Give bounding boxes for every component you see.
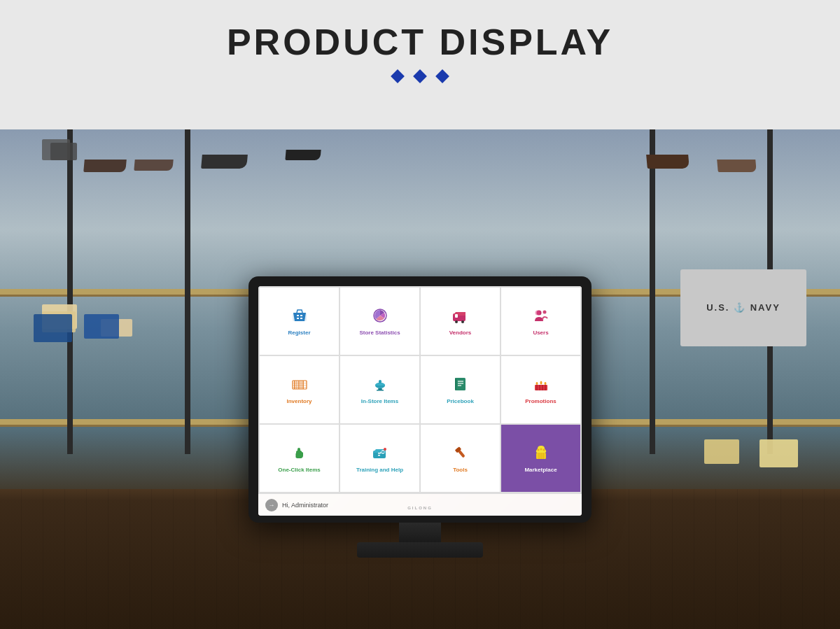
- svg-rect-41: [378, 453, 380, 454]
- svg-rect-42: [378, 455, 380, 456]
- register-icon: [290, 307, 309, 327]
- svg-point-11: [542, 311, 546, 314]
- svg-rect-3: [297, 318, 299, 319]
- store-background: U.S. ⚓ NAVY: [0, 129, 840, 629]
- svg-rect-24: [378, 388, 382, 390]
- monitor-brand: GILONG: [407, 506, 433, 510]
- store-statistics-label: Store Statistics: [359, 330, 400, 337]
- svg-point-50: [542, 449, 545, 451]
- inventory-label: Inventory: [286, 398, 312, 405]
- monitor-base: [357, 542, 483, 558]
- promotions-label: Promotions: [525, 398, 556, 405]
- monitor-screen: Register Store Statistic: [258, 286, 582, 516]
- pricebook-icon: [451, 376, 470, 395]
- screen-bottom-bar: → Hi, Administrator GILONG: [258, 493, 582, 516]
- svg-point-38: [544, 382, 546, 385]
- grid-cell-training-and-help[interactable]: Training and Help: [340, 425, 419, 492]
- page-title: PRODUCT DISPLAY: [0, 21, 840, 63]
- svg-point-7: [455, 320, 458, 323]
- svg-rect-19: [293, 383, 307, 383]
- marketplace-label: Marketplace: [524, 467, 556, 474]
- svg-rect-2: [300, 315, 302, 316]
- tools-icon: [451, 444, 470, 464]
- grid-cell-promotions[interactable]: Promotions: [501, 356, 580, 423]
- shoe-item-3: [201, 155, 248, 169]
- grid-cell-inventory[interactable]: Inventory: [260, 356, 339, 423]
- svg-rect-4: [300, 318, 302, 319]
- navy-display: U.S. ⚓ NAVY: [680, 269, 806, 346]
- svg-point-40: [384, 448, 386, 451]
- box-right-1: [760, 439, 798, 467]
- tools-label: Tools: [453, 467, 468, 474]
- grid-cell-vendors[interactable]: Vendors: [421, 288, 500, 355]
- store-statistics-icon: [371, 307, 389, 327]
- svg-rect-26: [456, 378, 465, 390]
- svg-rect-25: [377, 390, 384, 391]
- in-store-items-label: In-Store Items: [361, 398, 398, 405]
- svg-point-48: [537, 449, 539, 451]
- pricebook-label: Pricebook: [447, 398, 474, 405]
- svg-rect-34: [542, 385, 543, 390]
- svg-rect-35: [545, 385, 546, 390]
- monitor-container: Register Store Statistic: [248, 276, 592, 558]
- svg-rect-20: [293, 385, 307, 386]
- training-and-help-icon: [371, 444, 389, 464]
- svg-rect-21: [293, 387, 307, 388]
- header-area: PRODUCT DISPLAY: [0, 0, 840, 92]
- inventory-icon: [290, 376, 309, 395]
- decorative-diamonds: [0, 71, 840, 81]
- marketplace-icon: [532, 444, 550, 464]
- box-right-2: [704, 439, 739, 464]
- blue-item-2: [84, 314, 119, 339]
- blue-item-1: [34, 314, 72, 342]
- svg-point-37: [540, 381, 542, 385]
- one-click-items-label: One-Click Items: [278, 467, 320, 474]
- grid-cell-one-click-items[interactable]: One-Click Items: [260, 425, 339, 492]
- svg-rect-23: [379, 380, 382, 383]
- shelf-post-right-2: [650, 129, 655, 454]
- grid-cell-register[interactable]: Register: [260, 288, 339, 355]
- folded-item-2: [50, 143, 77, 160]
- shoe-right-2: [646, 155, 690, 169]
- monitor-outer: Register Store Statistic: [248, 276, 592, 523]
- grid-cell-pricebook[interactable]: Pricebook: [421, 356, 500, 423]
- svg-point-12: [535, 311, 540, 316]
- register-label: Register: [288, 330, 310, 337]
- grid-cell-in-store-items[interactable]: In-Store Items: [340, 356, 419, 423]
- diamond-2: [413, 69, 427, 83]
- svg-point-36: [536, 382, 538, 385]
- promotions-icon: [532, 376, 550, 395]
- grid-cell-tools[interactable]: Tools: [421, 425, 500, 492]
- monitor-neck: [399, 523, 441, 542]
- svg-rect-32: [536, 385, 538, 390]
- svg-point-49: [540, 448, 542, 451]
- users-icon: [532, 307, 550, 327]
- grid-cell-users[interactable]: Users: [501, 288, 580, 355]
- in-store-items-icon: [371, 376, 389, 395]
- navy-text: U.S. ⚓ NAVY: [706, 302, 780, 313]
- svg-point-8: [461, 320, 464, 323]
- diamond-3: [435, 69, 449, 83]
- svg-rect-27: [455, 378, 456, 390]
- svg-rect-33: [539, 385, 540, 390]
- diamond-1: [391, 69, 405, 83]
- training-and-help-label: Training and Help: [356, 467, 403, 474]
- grid-cell-store-statistics[interactable]: Store Statistics: [340, 288, 419, 355]
- shelf-post-left-1: [67, 129, 73, 454]
- admin-greeting: Hi, Administrator: [282, 502, 328, 509]
- one-click-items-icon: [290, 444, 309, 464]
- shoe-item-1: [83, 160, 127, 172]
- shelf-post-left-2: [185, 129, 190, 454]
- avatar: →: [265, 499, 278, 511]
- grid-cell-marketplace[interactable]: Marketplace: [501, 425, 580, 492]
- svg-rect-1: [297, 315, 299, 316]
- shoe-item-4: [285, 150, 321, 160]
- users-label: Users: [533, 330, 548, 337]
- shoe-item-2: [134, 160, 173, 171]
- shoe-right-1: [717, 160, 757, 172]
- app-grid: Register Store Statistic: [258, 286, 582, 493]
- vendors-icon: [451, 307, 470, 327]
- vendors-label: Vendors: [449, 330, 472, 337]
- svg-rect-9: [455, 314, 458, 318]
